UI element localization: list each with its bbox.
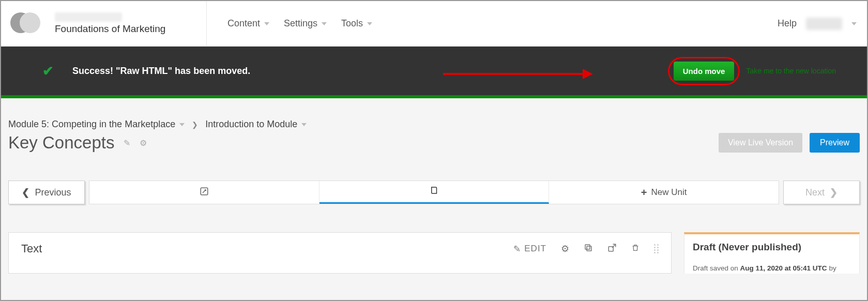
book-icon [430,186,439,198]
check-icon: ✔ [42,63,54,79]
component-title: Text [21,242,42,255]
notification-message: Success! "Raw HTML" has been moved. [72,66,250,77]
svg-marker-1 [583,69,593,79]
chevron-right-icon: ❯ [830,187,837,198]
plus-icon: + [641,187,647,199]
tab-new-unit[interactable]: + New Unit [549,181,779,204]
obscured-text [55,12,122,22]
move-icon[interactable] [607,243,617,255]
copy-icon[interactable] [584,243,593,255]
breadcrumb-intro-label: Introduction to Module [205,119,297,130]
content-area: Text ✎ EDIT ⚙ [8,232,860,274]
nav-content[interactable]: Content [227,18,269,29]
pencil-icon: ✎ [513,244,521,254]
course-name: Foundations of Marketing [55,23,165,35]
breadcrumb-separator-icon: ❯ [192,121,198,129]
chevron-down-icon [851,22,857,25]
nav-content-label: Content [227,18,260,29]
pencil-square-icon [200,187,209,199]
breadcrumb: Module 5: Competing in the Marketplace ❯… [8,119,860,130]
chevron-down-icon [301,123,307,126]
breadcrumb-module[interactable]: Module 5: Competing in the Marketplace [8,119,185,130]
annotation-highlight: Undo move [668,57,740,85]
page-title: Key Concepts [8,133,114,153]
app-header: Foundations of Marketing Content Setting… [1,1,867,47]
draft-status-title: Draft (Never published) [693,242,851,253]
previous-button[interactable]: ❮ Previous [8,180,85,204]
draft-saved-date: Aug 11, 2020 at 05:41 UTC [740,264,827,272]
nav-tools[interactable]: Tools [341,18,372,29]
svg-rect-3 [587,246,591,251]
chevron-left-icon: ❮ [22,187,29,198]
user-menu[interactable] [806,18,842,30]
new-unit-label: New Unit [651,187,687,198]
component-header: Text ✎ EDIT ⚙ [21,242,659,255]
top-nav: Content Settings Tools [207,18,778,29]
component-actions: ✎ EDIT ⚙ [513,243,659,255]
breadcrumb-intro[interactable]: Introduction to Module [205,119,307,130]
chevron-down-icon [322,22,327,25]
nav-settings-label: Settings [284,18,317,29]
nav-tools-label: Tools [341,18,363,29]
course-block: Foundations of Marketing [10,1,207,46]
title-actions: View Live Version Preview [719,133,860,153]
title-row: Key Concepts ✎ ⚙ View Live Version Previ… [8,133,860,153]
text-component: Text ✎ EDIT ⚙ [8,232,672,274]
svg-rect-4 [585,245,590,249]
breadcrumb-module-label: Module 5: Competing in the Marketplace [8,119,175,130]
draft-saved-prefix: Draft saved on [693,264,740,272]
edit-title-icon[interactable]: ✎ [124,138,130,148]
main-content: Module 5: Competing in the Marketplace ❯… [1,98,867,274]
chevron-down-icon [179,123,185,126]
preview-button[interactable]: Preview [810,133,860,153]
draft-saved-suffix: by [827,264,836,272]
tab-edit[interactable] [89,181,319,204]
draft-panel: Draft (Never published) Draft saved on A… [684,232,860,274]
logo-icon [10,11,40,36]
annotation-arrow [443,67,588,81]
chevron-down-icon [367,22,372,25]
unit-tabs: + New Unit [89,180,779,204]
settings-gear-icon[interactable]: ⚙ [140,138,147,148]
notification-actions: Undo move Take me to the new location [668,57,836,85]
gear-icon[interactable]: ⚙ [561,243,569,254]
drag-handle-icon[interactable] [654,244,659,253]
undo-move-button[interactable]: Undo move [674,62,735,81]
edit-button[interactable]: ✎ EDIT [513,244,546,254]
next-button[interactable]: Next ❯ [783,180,860,204]
next-label: Next [805,187,825,198]
tab-book[interactable] [319,181,550,204]
nav-settings[interactable]: Settings [284,18,327,29]
edit-label: EDIT [524,244,546,254]
unit-pager: ❮ Previous + New Unit Next ❯ [8,180,860,204]
success-notification: ✔ Success! "Raw HTML" has been moved. Un… [1,47,867,98]
view-live-button: View Live Version [719,133,802,153]
trash-icon[interactable] [631,243,639,255]
help-link[interactable]: Help [778,18,797,29]
take-me-link[interactable]: Take me to the new location [746,67,836,75]
course-title-block: Foundations of Marketing [55,12,165,35]
draft-saved-meta: Draft saved on Aug 11, 2020 at 05:41 UTC… [693,264,851,272]
previous-label: Previous [35,187,71,198]
chevron-down-icon [264,22,269,25]
header-right: Help [778,18,857,30]
